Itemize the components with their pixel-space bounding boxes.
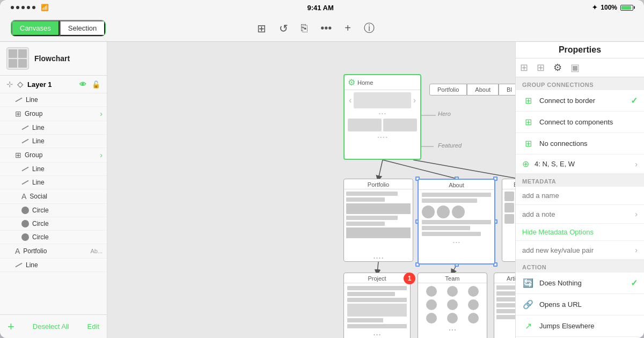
wireframe-home[interactable]: ⚙ Home ‹ › • • • • • • • <box>343 74 421 160</box>
connection-value-text: 4: N, S, E, W <box>535 160 630 168</box>
list-item[interactable]: Line <box>0 176 107 189</box>
line-icon <box>21 180 28 185</box>
metadata-name-input[interactable] <box>516 187 644 205</box>
team-title: Team <box>418 273 487 283</box>
undo-icon[interactable]: ↺ <box>279 22 288 35</box>
svg-line-0 <box>378 160 383 179</box>
name-field[interactable] <box>522 192 638 200</box>
tab-settings[interactable]: ⚙ <box>553 62 562 74</box>
mask-icon: ◇ <box>17 80 23 89</box>
list-item[interactable]: Line <box>0 259 107 272</box>
thumb-block <box>9 49 17 58</box>
nav-tab-portfolio[interactable]: Portfolio <box>429 84 467 95</box>
list-item[interactable]: Circle <box>0 231 107 244</box>
copy-icon[interactable]: ⎘ <box>301 22 308 34</box>
metadata-note-input[interactable]: › <box>516 205 644 224</box>
carousel-right-icon: › <box>413 95 416 105</box>
connect-to-components-option[interactable]: ⊞ Connect to components <box>516 112 644 133</box>
line-icon <box>21 139 28 144</box>
circle-icon <box>21 233 29 241</box>
circle-icon <box>21 207 29 214</box>
no-connections-label: No connections <box>539 139 638 148</box>
panels-icon[interactable]: ⊞ <box>257 22 266 35</box>
chevron-right-icon: › <box>100 109 103 118</box>
line-icon <box>21 167 28 172</box>
connection-value-row[interactable]: ⊕ 4: N, S, E, W › <box>516 155 644 174</box>
edit-button[interactable]: Edit <box>87 322 99 330</box>
layer-label: Circle <box>32 207 103 214</box>
selection-button[interactable]: Selection <box>60 20 105 36</box>
list-item[interactable]: ⊞ Group › <box>0 148 107 163</box>
wireframe-about-wrapper[interactable]: About • • • <box>416 177 497 266</box>
svg-line-4 <box>377 262 378 273</box>
list-item[interactable]: Line <box>0 163 107 176</box>
wireframe-articles[interactable]: Artic <box>494 273 515 338</box>
connect-to-border-option[interactable]: ⊞ Connect to border ✓ <box>516 90 644 112</box>
jumps-elsewhere-option[interactable]: ↗ Jumps Elsewhere <box>516 315 644 337</box>
list-item[interactable]: Line <box>0 121 107 135</box>
does-nothing-label: Does Nothing <box>539 279 625 287</box>
lock-icon[interactable]: 🔓 <box>92 80 100 89</box>
nav-tabs: Portfolio About Bl <box>429 84 515 95</box>
team-dots: • • • <box>418 326 487 333</box>
info-icon[interactable]: ⓘ <box>364 21 375 35</box>
app-container: 📶 9:41 AM ✦ 100% Canvases Selection ⊞ ↺ … <box>0 0 644 338</box>
no-connections-icon: ⊞ <box>522 138 534 149</box>
home-gear-icon: ⚙ <box>348 77 355 87</box>
list-item[interactable]: A Portfolio Ab... <box>0 244 107 259</box>
right-panel: Properties ⊞ ⊞ ⚙ ▣ GROUP CONNECTIONS ⊞ C… <box>515 42 644 338</box>
wifi-icon: 📶 <box>41 4 49 11</box>
project-body <box>344 283 410 331</box>
group-icon: ⊞ <box>15 151 21 159</box>
tab-inspector[interactable]: ▣ <box>570 62 580 74</box>
battery-icon <box>620 5 633 11</box>
status-bar: 📶 9:41 AM ✦ 100% <box>0 0 644 15</box>
list-item[interactable]: ⊞ Group › <box>0 107 107 121</box>
list-item[interactable]: Circle <box>0 217 107 231</box>
svg-line-2 <box>413 160 515 179</box>
layer-header[interactable]: ⊹ ◇ Layer 1 👁 🔓 <box>0 76 107 93</box>
wireframe-blog[interactable]: Blo <box>502 179 515 262</box>
nav-tab-blog[interactable]: Bl <box>499 84 515 95</box>
hero-placeholder <box>354 92 411 108</box>
wireframe-portfolio[interactable]: Portfolio • • • • <box>343 179 413 262</box>
toolbar-left: Canvases Selection <box>11 20 106 36</box>
deselect-all-button[interactable]: Deselect All <box>33 322 69 330</box>
canvases-button[interactable]: Canvases <box>11 20 60 36</box>
add-icon[interactable]: + <box>345 22 351 34</box>
key-value-field[interactable] <box>522 246 635 254</box>
does-nothing-option[interactable]: 🔄 Does Nothing ✓ <box>516 273 644 294</box>
key-value-input[interactable]: › <box>516 241 644 260</box>
layer-label: Social <box>30 193 103 200</box>
more-icon[interactable]: ••• <box>320 22 332 34</box>
eye-icon[interactable]: 👁 <box>79 80 86 89</box>
view-toggle[interactable]: Canvases Selection <box>11 20 106 36</box>
list-item[interactable]: A Social <box>0 189 107 204</box>
hide-metadata-link[interactable]: Hide Metadata Options <box>516 224 644 241</box>
carousel-dots: • • • <box>345 111 420 116</box>
tab-style[interactable]: ⊞ <box>520 62 528 74</box>
wireframe-about: About • • • <box>418 179 495 264</box>
line-icon <box>15 98 22 102</box>
layer-label: Line <box>26 96 103 104</box>
tab-component[interactable]: ⊞ <box>537 62 545 74</box>
connect-border-check: ✓ <box>631 95 638 106</box>
no-connections-option[interactable]: ⊞ No connections <box>516 133 644 155</box>
list-item[interactable]: Line <box>0 93 107 107</box>
layer-label: Circle <box>32 233 103 241</box>
list-item[interactable]: Circle <box>0 204 107 217</box>
nav-tab-about[interactable]: About <box>467 84 499 95</box>
opens-url-option[interactable]: 🔗 Opens a URL <box>516 294 644 315</box>
list-item[interactable]: Line <box>0 135 107 148</box>
wireframe-team[interactable]: Team <box>418 273 487 338</box>
notification-badge: 1 <box>404 273 415 284</box>
layer-label: Group <box>25 110 97 117</box>
group-icon: ⊞ <box>15 109 21 118</box>
add-layer-button[interactable]: + <box>8 320 14 334</box>
group-connections-header: GROUP CONNECTIONS <box>516 77 644 90</box>
note-field[interactable] <box>522 210 635 218</box>
canvas-area[interactable]: Hero Featured ⚙ Home ‹ › • • • <box>107 42 515 338</box>
about-dots: • • • <box>419 239 494 246</box>
signal-dot <box>32 6 35 9</box>
wireframe-project[interactable]: Project • • • <box>343 273 411 338</box>
